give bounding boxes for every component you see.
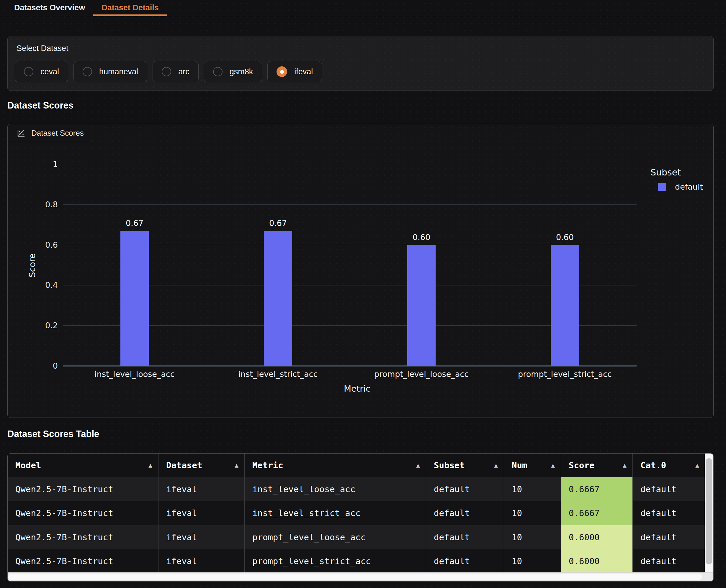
sort-asc-icon[interactable]: ▲	[416, 462, 420, 469]
dataset-radio-humaneval[interactable]: humaneval	[74, 61, 147, 82]
cell-dataset: ifeval	[159, 477, 245, 501]
column-header-subset[interactable]: Subset▲	[426, 454, 504, 477]
dataset-radio-gsm8k[interactable]: gsm8k	[204, 61, 262, 82]
y-axis-tick: 0.2	[25, 321, 58, 330]
cell-dataset: ifeval	[159, 525, 245, 549]
horizontal-scrollbar-thumb[interactable]	[8, 573, 702, 580]
dataset-details-page: Datasets OverviewDataset Details Select …	[0, 0, 726, 588]
column-header-model[interactable]: Model▲	[8, 454, 159, 477]
cell-metric: inst_level_loose_acc	[245, 477, 426, 501]
column-header-cat-0[interactable]: Cat.0▲	[633, 454, 705, 477]
table-header-row: Model▲Dataset▲Metric▲Subset▲Num▲Score▲Ca…	[8, 454, 705, 477]
cell-num: 10	[504, 477, 561, 501]
column-header-label: Cat.0	[640, 460, 666, 470]
score-cell: 0.6000	[561, 525, 633, 549]
sort-asc-icon[interactable]: ▲	[695, 462, 699, 469]
y-axis-tick: 0.8	[25, 200, 58, 209]
dataset-scores-chart-panel: Dataset Scores 00.20.40.60.810.67inst_le…	[7, 124, 713, 418]
bar-value-label: 0.60	[398, 233, 445, 242]
select-dataset-panel: Select Dataset cevalhumanevalarcgsm8kife…	[7, 36, 713, 91]
cell-num: 10	[504, 501, 561, 525]
radio-unselected-icon	[213, 67, 223, 76]
y-axis-tick: 0.4	[25, 280, 58, 290]
dataset-radio-label: humaneval	[99, 67, 138, 76]
bar-inst-level-loose-acc	[120, 231, 149, 366]
sort-asc-icon[interactable]: ▲	[551, 462, 555, 469]
score-cell: 0.6667	[561, 501, 633, 525]
x-axis-tick: inst_level_strict_acc	[210, 370, 346, 379]
score-cell: 0.6000	[561, 549, 633, 573]
dataset-scores-heading: Dataset Scores	[7, 100, 74, 111]
dataset-radio-arc[interactable]: arc	[153, 61, 199, 82]
dataset-radio-label: ceval	[40, 67, 59, 76]
table-row: Qwen2.5-7B-Instructifevalprompt_level_lo…	[8, 525, 705, 549]
legend-swatch	[658, 183, 666, 191]
bar-prompt-level-loose-acc	[407, 245, 436, 366]
sort-asc-icon[interactable]: ▲	[494, 462, 498, 469]
column-header-num[interactable]: Num▲	[504, 454, 561, 477]
cell-metric: prompt_level_strict_acc	[245, 549, 426, 573]
radio-unselected-icon	[162, 67, 171, 76]
x-axis-tick: prompt_level_loose_acc	[354, 370, 489, 379]
dataset-radio-group: cevalhumanevalarcgsm8kifeval	[15, 61, 322, 82]
sort-asc-icon[interactable]: ▲	[623, 462, 627, 469]
score-cell: 0.6667	[561, 477, 633, 501]
y-axis-title: Score	[27, 252, 37, 279]
legend-items: default	[650, 182, 712, 191]
cell-cat-0: default	[633, 525, 705, 549]
y-axis-tick: 0.6	[25, 240, 58, 250]
column-header-label: Score	[569, 460, 594, 470]
dataset-radio-label: ifeval	[294, 67, 313, 76]
top-tab-bar: Datasets OverviewDataset Details	[0, 0, 726, 16]
column-header-dataset[interactable]: Dataset▲	[159, 454, 245, 477]
radio-selected-icon	[277, 66, 287, 77]
column-header-label: Metric	[252, 460, 283, 470]
select-dataset-label: Select Dataset	[17, 44, 68, 53]
dataset-scores-table-heading: Dataset Scores Table	[7, 429, 99, 439]
column-header-metric[interactable]: Metric▲	[245, 454, 426, 477]
tab-dataset-details[interactable]: Dataset Details	[93, 0, 167, 16]
cell-subset: default	[426, 501, 504, 525]
chart-gridline	[63, 204, 637, 205]
table-content: Model▲Dataset▲Metric▲Subset▲Num▲Score▲Ca…	[8, 454, 713, 573]
cell-dataset: ifeval	[159, 549, 245, 573]
sort-asc-icon[interactable]: ▲	[148, 462, 152, 469]
dataset-radio-label: arc	[178, 67, 189, 76]
cell-metric: prompt_level_loose_acc	[245, 525, 426, 549]
radio-unselected-icon	[24, 67, 33, 76]
y-axis-tick: 1	[25, 160, 58, 169]
cell-num: 10	[504, 525, 561, 549]
dataset-radio-ceval[interactable]: ceval	[15, 61, 68, 82]
dataset-radio-label: gsm8k	[229, 67, 253, 76]
sort-asc-icon[interactable]: ▲	[235, 462, 239, 469]
vertical-scrollbar-thumb[interactable]	[706, 458, 712, 564]
bar-value-label: 0.67	[111, 218, 158, 228]
radio-unselected-icon	[83, 67, 92, 76]
cell-cat-0: default	[633, 477, 705, 501]
column-header-label: Subset	[434, 460, 465, 470]
column-header-label: Model	[15, 460, 41, 470]
cell-model: Qwen2.5-7B-Instruct	[8, 549, 159, 573]
table-row: Qwen2.5-7B-Instructifevalinst_level_loos…	[8, 477, 705, 501]
cell-model: Qwen2.5-7B-Instruct	[8, 477, 159, 501]
vertical-scrollbar[interactable]	[705, 454, 713, 573]
bar-value-label: 0.67	[255, 218, 302, 228]
table-row: Qwen2.5-7B-Instructifevalinst_level_stri…	[8, 501, 705, 525]
bar-chart: 00.20.40.60.810.67inst_level_loose_acc0.…	[8, 124, 714, 418]
legend-item-default: default	[650, 182, 712, 191]
chart-legend: Subset default	[650, 167, 712, 191]
tab-datasets-overview[interactable]: Datasets Overview	[6, 0, 93, 16]
cell-metric: inst_level_strict_acc	[245, 501, 426, 525]
cell-num: 10	[504, 549, 561, 573]
bar-prompt-level-strict-acc	[551, 245, 579, 366]
column-header-label: Num	[512, 460, 527, 470]
column-header-label: Dataset	[166, 460, 202, 470]
cell-cat-0: default	[633, 501, 705, 525]
cell-dataset: ifeval	[159, 501, 245, 525]
bar-inst-level-strict-acc	[264, 231, 292, 366]
cell-subset: default	[426, 525, 504, 549]
horizontal-scrollbar[interactable]	[8, 572, 713, 581]
dataset-radio-ifeval[interactable]: ifeval	[267, 61, 322, 82]
cell-cat-0: default	[633, 549, 705, 573]
column-header-score[interactable]: Score▲	[561, 454, 633, 477]
